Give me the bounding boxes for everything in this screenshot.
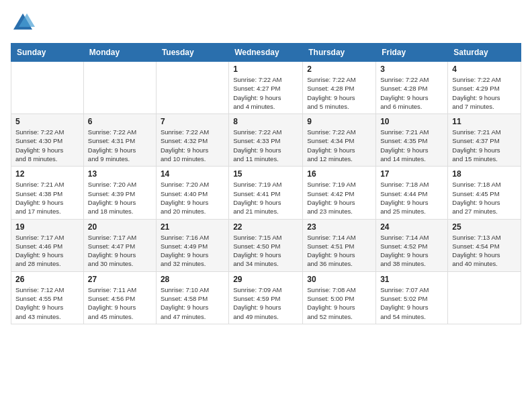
day-number: 13 (88, 169, 152, 179)
day-info: Sunrise: 7:17 AM Sunset: 4:47 PM Dayligh… (88, 233, 152, 269)
day-number: 3 (380, 64, 443, 74)
day-number: 30 (307, 275, 371, 284)
day-info: Sunrise: 7:22 AM Sunset: 4:32 PM Dayligh… (161, 128, 224, 163)
day-info: Sunrise: 7:09 AM Sunset: 4:59 PM Dayligh… (233, 285, 298, 321)
calendar-cell: 30Sunrise: 7:08 AM Sunset: 5:00 PM Dayli… (303, 271, 376, 324)
day-info: Sunrise: 7:22 AM Sunset: 4:31 PM Dayligh… (88, 128, 152, 163)
day-info: Sunrise: 7:22 AM Sunset: 4:28 PM Dayligh… (307, 75, 371, 111)
day-info: Sunrise: 7:20 AM Sunset: 4:39 PM Dayligh… (88, 180, 152, 216)
calendar-cell: 12Sunrise: 7:21 AM Sunset: 4:38 PM Dayli… (11, 167, 84, 219)
calendar-cell: 9Sunrise: 7:22 AM Sunset: 4:34 PM Daylig… (303, 114, 376, 167)
calendar-week-row: 1Sunrise: 7:22 AM Sunset: 4:27 PM Daylig… (11, 62, 521, 114)
calendar-header-sunday: Sunday (11, 44, 84, 62)
calendar-cell: 11Sunrise: 7:21 AM Sunset: 4:37 PM Dayli… (448, 114, 521, 167)
calendar-week-row: 12Sunrise: 7:21 AM Sunset: 4:38 PM Dayli… (11, 167, 521, 219)
day-number: 8 (233, 117, 298, 126)
day-info: Sunrise: 7:19 AM Sunset: 4:42 PM Dayligh… (307, 180, 371, 216)
calendar-cell: 23Sunrise: 7:14 AM Sunset: 4:51 PM Dayli… (303, 219, 376, 271)
day-info: Sunrise: 7:20 AM Sunset: 4:40 PM Dayligh… (161, 180, 224, 216)
day-info: Sunrise: 7:14 AM Sunset: 4:52 PM Dayligh… (380, 233, 443, 269)
day-info: Sunrise: 7:10 AM Sunset: 4:58 PM Dayligh… (161, 285, 224, 321)
day-info: Sunrise: 7:08 AM Sunset: 5:00 PM Dayligh… (307, 285, 371, 321)
calendar-header-friday: Friday (376, 44, 448, 62)
calendar-week-row: 19Sunrise: 7:17 AM Sunset: 4:46 PM Dayli… (11, 219, 521, 271)
calendar-cell: 27Sunrise: 7:11 AM Sunset: 4:56 PM Dayli… (83, 271, 156, 324)
day-info: Sunrise: 7:22 AM Sunset: 4:33 PM Dayligh… (233, 128, 298, 163)
day-info: Sunrise: 7:13 AM Sunset: 4:54 PM Dayligh… (452, 233, 517, 269)
calendar-header-saturday: Saturday (448, 44, 521, 62)
calendar-week-row: 5Sunrise: 7:22 AM Sunset: 4:30 PM Daylig… (11, 114, 521, 167)
day-number: 1 (233, 64, 298, 74)
calendar-cell: 7Sunrise: 7:22 AM Sunset: 4:32 PM Daylig… (156, 114, 228, 167)
calendar-header-tuesday: Tuesday (156, 44, 228, 62)
calendar-cell (83, 62, 156, 114)
page-header (11, 11, 521, 35)
day-number: 26 (15, 275, 79, 284)
day-info: Sunrise: 7:22 AM Sunset: 4:29 PM Dayligh… (452, 75, 517, 111)
calendar-cell: 14Sunrise: 7:20 AM Sunset: 4:40 PM Dayli… (156, 167, 228, 219)
calendar-cell: 24Sunrise: 7:14 AM Sunset: 4:52 PM Dayli… (376, 219, 448, 271)
calendar-cell: 29Sunrise: 7:09 AM Sunset: 4:59 PM Dayli… (229, 271, 303, 324)
day-number: 28 (161, 275, 224, 284)
calendar-cell: 2Sunrise: 7:22 AM Sunset: 4:28 PM Daylig… (303, 62, 376, 114)
day-number: 14 (161, 169, 224, 179)
calendar-cell: 5Sunrise: 7:22 AM Sunset: 4:30 PM Daylig… (11, 114, 84, 167)
calendar-cell: 18Sunrise: 7:18 AM Sunset: 4:45 PM Dayli… (448, 167, 521, 219)
day-info: Sunrise: 7:18 AM Sunset: 4:44 PM Dayligh… (380, 180, 443, 216)
calendar-cell: 4Sunrise: 7:22 AM Sunset: 4:29 PM Daylig… (448, 62, 521, 114)
calendar-cell (448, 271, 521, 324)
calendar-cell (11, 62, 84, 114)
day-number: 25 (452, 222, 517, 232)
calendar-cell: 10Sunrise: 7:21 AM Sunset: 4:35 PM Dayli… (376, 114, 448, 167)
day-number: 10 (380, 117, 443, 126)
day-number: 16 (307, 169, 371, 179)
day-info: Sunrise: 7:22 AM Sunset: 4:27 PM Dayligh… (233, 75, 298, 111)
calendar-cell: 22Sunrise: 7:15 AM Sunset: 4:50 PM Dayli… (229, 219, 303, 271)
calendar-cell: 20Sunrise: 7:17 AM Sunset: 4:47 PM Dayli… (83, 219, 156, 271)
calendar-week-row: 26Sunrise: 7:12 AM Sunset: 4:55 PM Dayli… (11, 271, 521, 324)
calendar-cell: 21Sunrise: 7:16 AM Sunset: 4:49 PM Dayli… (156, 219, 228, 271)
day-number: 19 (15, 222, 79, 232)
day-number: 27 (88, 275, 152, 284)
calendar-header-wednesday: Wednesday (229, 44, 303, 62)
day-number: 24 (380, 222, 443, 232)
day-info: Sunrise: 7:07 AM Sunset: 5:02 PM Dayligh… (380, 285, 443, 321)
calendar-cell: 13Sunrise: 7:20 AM Sunset: 4:39 PM Dayli… (83, 167, 156, 219)
day-info: Sunrise: 7:21 AM Sunset: 4:38 PM Dayligh… (15, 180, 79, 216)
day-number: 23 (307, 222, 371, 232)
day-number: 9 (307, 117, 371, 126)
calendar-table: SundayMondayTuesdayWednesdayThursdayFrid… (11, 43, 521, 324)
day-number: 20 (88, 222, 152, 232)
day-info: Sunrise: 7:21 AM Sunset: 4:35 PM Dayligh… (380, 128, 443, 163)
day-number: 7 (161, 117, 224, 126)
calendar-cell: 28Sunrise: 7:10 AM Sunset: 4:58 PM Dayli… (156, 271, 228, 324)
calendar-cell: 19Sunrise: 7:17 AM Sunset: 4:46 PM Dayli… (11, 219, 84, 271)
day-info: Sunrise: 7:21 AM Sunset: 4:37 PM Dayligh… (452, 128, 517, 163)
day-number: 5 (15, 117, 79, 126)
calendar-header-thursday: Thursday (303, 44, 376, 62)
day-info: Sunrise: 7:18 AM Sunset: 4:45 PM Dayligh… (452, 180, 517, 216)
calendar-cell: 17Sunrise: 7:18 AM Sunset: 4:44 PM Dayli… (376, 167, 448, 219)
calendar-cell (156, 62, 228, 114)
logo (11, 11, 39, 35)
day-number: 11 (452, 117, 517, 126)
calendar-header-monday: Monday (83, 44, 156, 62)
calendar-cell: 3Sunrise: 7:22 AM Sunset: 4:28 PM Daylig… (376, 62, 448, 114)
day-info: Sunrise: 7:11 AM Sunset: 4:56 PM Dayligh… (88, 285, 152, 321)
day-number: 29 (233, 275, 298, 284)
calendar-cell: 8Sunrise: 7:22 AM Sunset: 4:33 PM Daylig… (229, 114, 303, 167)
day-info: Sunrise: 7:17 AM Sunset: 4:46 PM Dayligh… (15, 233, 79, 269)
calendar-cell: 1Sunrise: 7:22 AM Sunset: 4:27 PM Daylig… (229, 62, 303, 114)
day-number: 21 (161, 222, 224, 232)
day-number: 15 (233, 169, 298, 179)
day-info: Sunrise: 7:14 AM Sunset: 4:51 PM Dayligh… (307, 233, 371, 269)
day-info: Sunrise: 7:19 AM Sunset: 4:41 PM Dayligh… (233, 180, 298, 216)
day-info: Sunrise: 7:22 AM Sunset: 4:28 PM Dayligh… (380, 75, 443, 111)
day-info: Sunrise: 7:12 AM Sunset: 4:55 PM Dayligh… (15, 285, 79, 321)
day-number: 22 (233, 222, 298, 232)
day-number: 12 (15, 169, 79, 179)
day-number: 31 (380, 275, 443, 284)
calendar-cell: 15Sunrise: 7:19 AM Sunset: 4:41 PM Dayli… (229, 167, 303, 219)
day-info: Sunrise: 7:15 AM Sunset: 4:50 PM Dayligh… (233, 233, 298, 269)
day-number: 18 (452, 169, 517, 179)
